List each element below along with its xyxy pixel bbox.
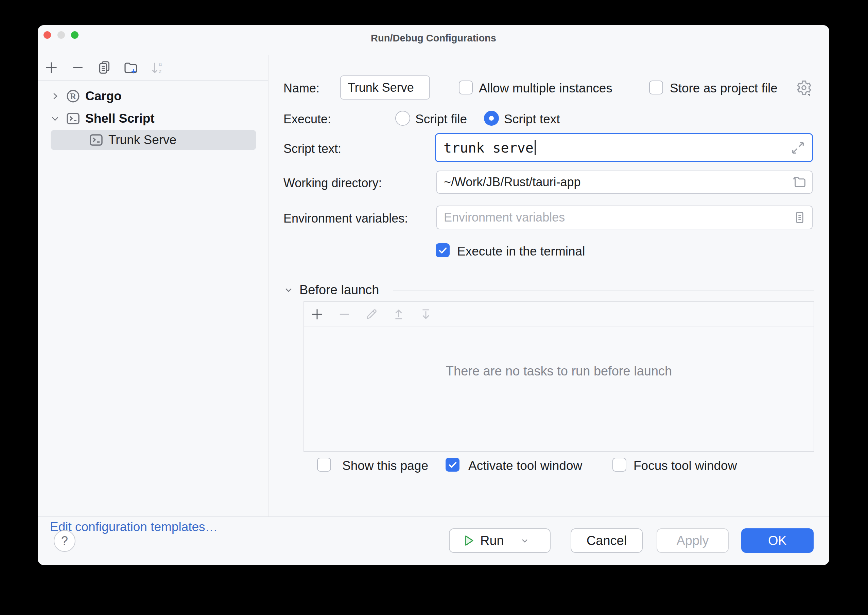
run-button[interactable]: Run bbox=[449, 528, 551, 553]
sort-alpha-icon: a z bbox=[150, 60, 165, 75]
working-directory-label: Working directory: bbox=[283, 176, 382, 190]
pencil-icon bbox=[364, 307, 379, 322]
footer-divider bbox=[38, 517, 829, 517]
cargo-icon: R bbox=[65, 88, 81, 104]
expand-editor-icon[interactable] bbox=[790, 140, 806, 156]
move-down-icon bbox=[419, 307, 433, 322]
sort-configurations-button[interactable]: a z bbox=[149, 59, 165, 76]
minus-icon bbox=[337, 307, 351, 322]
plus-icon bbox=[44, 60, 59, 75]
titlebar: Run/Debug Configurations bbox=[38, 25, 829, 55]
tree-item-trunk-serve[interactable]: Trunk Serve bbox=[51, 130, 256, 150]
chevron-down-icon[interactable] bbox=[50, 114, 60, 124]
execute-in-terminal-label: Execute in the terminal bbox=[457, 244, 585, 259]
tree-item-label: Cargo bbox=[85, 89, 122, 103]
script-text-field[interactable]: trunk serve bbox=[435, 133, 813, 162]
script-file-label[interactable]: Script file bbox=[415, 112, 467, 126]
name-label: Name: bbox=[283, 81, 320, 95]
move-task-up-button[interactable] bbox=[390, 306, 407, 322]
apply-button[interactable]: Apply bbox=[657, 528, 729, 553]
run-button-label: Run bbox=[480, 534, 504, 548]
execute-in-terminal-checkbox[interactable] bbox=[436, 243, 450, 257]
execute-label: Execute: bbox=[283, 112, 331, 126]
script-text-value: trunk serve bbox=[443, 140, 534, 156]
script-text-label: Script text: bbox=[283, 142, 341, 156]
environment-variables-input[interactable] bbox=[437, 206, 812, 229]
plus-icon bbox=[310, 307, 324, 322]
svg-text:a: a bbox=[159, 61, 162, 67]
before-launch-toolbar bbox=[304, 302, 813, 327]
before-launch-panel: There are no tasks to run before launch bbox=[303, 301, 814, 452]
move-task-down-button[interactable] bbox=[418, 306, 434, 322]
before-launch-empty-text: There are no tasks to run before launch bbox=[304, 364, 813, 379]
svg-text:R: R bbox=[70, 92, 76, 101]
move-up-icon bbox=[392, 307, 406, 322]
allow-multiple-instances-label: Allow multiple instances bbox=[479, 81, 612, 95]
check-icon bbox=[438, 245, 448, 256]
before-launch-title[interactable]: Before launch bbox=[300, 283, 379, 297]
remove-configuration-button[interactable] bbox=[70, 59, 86, 76]
focus-tool-window-checkbox[interactable] bbox=[612, 458, 626, 471]
working-directory-input[interactable] bbox=[437, 171, 812, 193]
env-variables-list-icon[interactable] bbox=[792, 210, 807, 225]
script-file-radio[interactable] bbox=[395, 111, 410, 126]
terminal-icon bbox=[65, 111, 81, 127]
before-launch-collapse-icon[interactable] bbox=[283, 284, 294, 295]
remove-task-button[interactable] bbox=[336, 306, 353, 322]
show-this-page-label: Show this page bbox=[342, 459, 428, 473]
show-this-page-checkbox[interactable] bbox=[317, 458, 331, 471]
new-folder-button[interactable] bbox=[123, 59, 139, 76]
edit-task-button[interactable] bbox=[363, 306, 379, 322]
store-as-project-file-label: Store as project file bbox=[670, 81, 777, 95]
name-input[interactable] bbox=[341, 76, 429, 99]
run-button-main[interactable]: Run bbox=[450, 529, 513, 552]
environment-variables-field[interactable] bbox=[436, 206, 813, 229]
configurations-sidebar: a z R Cargo bbox=[38, 55, 269, 517]
script-text-radio[interactable] bbox=[484, 111, 499, 126]
add-configuration-button[interactable] bbox=[43, 59, 59, 76]
environment-variables-label: Environment variables: bbox=[283, 211, 408, 226]
section-divider bbox=[393, 290, 814, 290]
help-button[interactable]: ? bbox=[54, 530, 75, 552]
allow-multiple-instances-checkbox[interactable] bbox=[459, 81, 473, 94]
run-debug-configurations-dialog: Run/Debug Configurations bbox=[38, 25, 829, 565]
svg-text:z: z bbox=[159, 68, 162, 74]
tree-item-cargo[interactable]: R Cargo bbox=[38, 85, 268, 108]
copy-configuration-button[interactable] bbox=[96, 59, 112, 76]
ok-button[interactable]: OK bbox=[741, 528, 813, 553]
chevron-right-icon[interactable] bbox=[50, 91, 60, 101]
cancel-button[interactable]: Cancel bbox=[571, 528, 643, 553]
question-mark-icon: ? bbox=[61, 534, 68, 548]
run-play-icon bbox=[463, 534, 475, 547]
browse-folder-icon[interactable] bbox=[792, 174, 807, 190]
new-folder-icon bbox=[123, 59, 139, 76]
working-directory-field[interactable] bbox=[436, 170, 813, 194]
copy-icon bbox=[97, 60, 112, 75]
run-options-chevron[interactable] bbox=[513, 529, 536, 552]
minus-icon bbox=[70, 60, 85, 75]
add-task-button[interactable] bbox=[309, 306, 325, 322]
tree-item-label: Shell Script bbox=[85, 111, 155, 126]
window-title: Run/Debug Configurations bbox=[38, 33, 829, 44]
activate-tool-window-label: Activate tool window bbox=[468, 459, 582, 473]
check-icon bbox=[448, 460, 458, 470]
script-text-option-label[interactable]: Script text bbox=[504, 112, 560, 126]
activate-tool-window-checkbox[interactable] bbox=[446, 458, 459, 471]
tree-item-label: Trunk Serve bbox=[108, 133, 176, 147]
tree-item-shell-script[interactable]: Shell Script bbox=[38, 108, 268, 130]
edit-configuration-templates-link[interactable]: Edit configuration templates… bbox=[50, 520, 218, 534]
store-as-project-file-checkbox[interactable] bbox=[649, 81, 663, 94]
sidebar-toolbar: a z bbox=[38, 55, 268, 81]
text-caret bbox=[535, 140, 535, 155]
terminal-icon bbox=[88, 132, 105, 148]
focus-tool-window-label: Focus tool window bbox=[634, 459, 737, 473]
name-field[interactable] bbox=[340, 75, 430, 100]
configurations-tree: R Cargo Shell Script bbox=[38, 85, 268, 150]
store-options-gear-icon[interactable] bbox=[795, 79, 813, 97]
